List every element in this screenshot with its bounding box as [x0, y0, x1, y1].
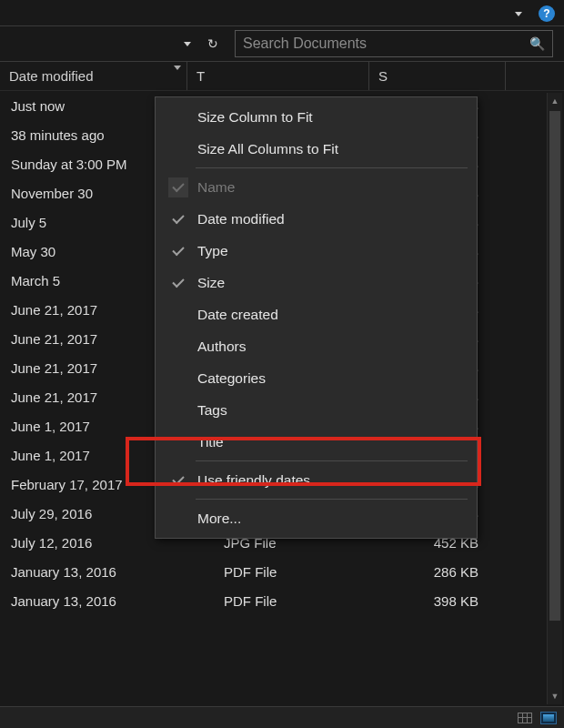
search-input[interactable]: Search Documents 🔍: [235, 30, 553, 57]
search-placeholder: Search Documents: [243, 35, 529, 52]
cell-date-modified: January 13, 2016: [0, 593, 187, 609]
menu-item-label: Tags: [197, 402, 227, 419]
column-header-label: Date modified: [9, 68, 94, 84]
menu-item-label: Date created: [197, 307, 278, 323]
menu-item-size[interactable]: Size: [156, 267, 477, 298]
refresh-button[interactable]: ↻: [202, 33, 224, 55]
menu-item-label: Use friendly dates: [197, 472, 310, 489]
menu-item-label: Name: [197, 179, 235, 196]
menu-item-categories[interactable]: Categories: [156, 362, 477, 394]
menu-item-type[interactable]: Type: [156, 235, 477, 267]
menu-item-label: Authors: [197, 339, 246, 355]
menu-item-label: Categories: [197, 370, 266, 387]
column-header-label: T: [196, 68, 205, 84]
menu-item-label: Size All Columns to Fit: [197, 141, 338, 157]
address-bar-area: ↻: [0, 33, 229, 55]
menu-item-name[interactable]: Name: [156, 171, 477, 203]
menu-item-label: Size: [197, 275, 225, 291]
menu-item-date-created[interactable]: Date created: [156, 298, 477, 330]
vertical-scrollbar[interactable]: ▲ ▼: [547, 93, 562, 704]
menu-item-label: Type: [197, 243, 228, 259]
menu-item-label: Date modified: [197, 211, 285, 228]
help-icon[interactable]: ?: [539, 5, 555, 22]
cell-type: PDF File: [187, 593, 369, 609]
thumbnails-view-icon: [540, 712, 557, 724]
column-header-label: S: [378, 68, 388, 84]
menu-item-use-friendly-dates[interactable]: Use friendly dates: [156, 464, 477, 496]
column-header-context-menu: Size Column to Fit Size All Columns to F…: [155, 96, 478, 539]
menu-item-tags[interactable]: Tags: [156, 394, 477, 426]
scroll-down-button[interactable]: ▼: [548, 688, 562, 704]
window-top-bar: ?: [0, 0, 564, 25]
scroll-thumb[interactable]: [549, 111, 560, 621]
address-dropdown-button[interactable]: [176, 33, 198, 55]
chevron-down-icon: [174, 66, 181, 70]
status-bar: [0, 706, 564, 728]
menu-item-authors[interactable]: Authors: [156, 330, 477, 362]
check-icon: [168, 470, 188, 490]
menu-item-title[interactable]: Title: [156, 426, 477, 458]
chevron-down-icon: [515, 12, 522, 16]
check-icon: [168, 241, 188, 261]
help-label: ?: [543, 7, 549, 20]
check-icon: [168, 209, 188, 229]
view-thumbnails-button[interactable]: [539, 710, 559, 726]
menu-item-label: Size Column to Fit: [197, 109, 313, 126]
cell-type: PDF File: [187, 564, 369, 580]
table-row[interactable]: January 13, 2016PDF File398 KB: [0, 586, 564, 615]
column-header-type[interactable]: T: [187, 62, 369, 90]
menu-item-size-column-to-fit[interactable]: Size Column to Fit: [156, 101, 477, 133]
cell-date-modified: January 13, 2016: [0, 564, 187, 580]
column-header-size[interactable]: S: [369, 62, 506, 90]
scroll-up-button[interactable]: ▲: [548, 93, 562, 109]
search-icon: 🔍: [529, 36, 545, 51]
cell-size: 398 KB: [369, 593, 506, 609]
column-header-date-modified[interactable]: Date modified: [0, 62, 187, 90]
ribbon-collapse-button[interactable]: [508, 3, 529, 25]
view-details-button[interactable]: [515, 710, 535, 726]
check-icon: [168, 273, 188, 293]
menu-separator: [196, 460, 468, 461]
cell-size: 286 KB: [369, 564, 506, 580]
chevron-down-icon: [184, 42, 191, 46]
menu-item-date-modified[interactable]: Date modified: [156, 203, 477, 235]
table-row[interactable]: January 13, 2016PDF File286 KB: [0, 557, 564, 586]
menu-item-size-all-columns-to-fit[interactable]: Size All Columns to Fit: [156, 133, 477, 165]
check-icon: [168, 177, 188, 197]
refresh-icon: ↻: [207, 36, 218, 51]
navigation-toolbar: ↻ Search Documents 🔍: [0, 25, 564, 62]
column-header-row: Date modified T S: [0, 62, 564, 91]
menu-item-label: More...: [197, 511, 241, 527]
details-view-icon: [518, 713, 532, 723]
menu-item-label: Title: [197, 434, 224, 450]
menu-separator: [196, 499, 468, 500]
menu-separator: [196, 167, 468, 168]
menu-item-more[interactable]: More...: [156, 502, 477, 534]
